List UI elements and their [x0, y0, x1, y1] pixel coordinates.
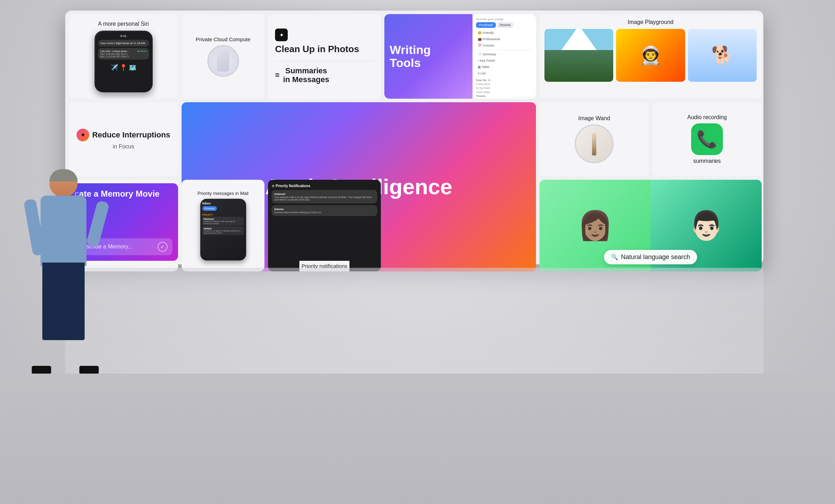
person-left-visual: 👩🏽: [578, 209, 613, 242]
presenter-hair: [49, 169, 78, 182]
panel-list: ≡ List: [476, 70, 532, 76]
person-right-visual: 👨🏻: [689, 209, 724, 242]
pcc-label: Private Cloud Compute: [196, 36, 250, 42]
astronaut-image: 👨‍🚀: [616, 29, 685, 82]
panel-rewrite[interactable]: Rewrite: [497, 22, 514, 28]
notif-header: ☆ Priority Notifications: [272, 184, 377, 188]
panel-proofread[interactable]: Proofread: [476, 22, 496, 28]
priority-mail-label: Priority messages in Mail: [197, 191, 249, 196]
siri-flight-name: UA1304, United Airlin...: [100, 50, 130, 53]
focus-icon: ✦: [77, 129, 89, 141]
wand-stick: [592, 133, 596, 155]
notif-brand-1: Instacart: [274, 192, 374, 196]
mail-inbox-title: Inbox: [202, 202, 244, 205]
writing-content: WritingTools Describe your change Proofr…: [384, 14, 536, 99]
imgplay-grid: 👨‍🚀 🐕: [544, 29, 757, 82]
writing-panel: Describe your change Proofread Rewrite 😊…: [473, 14, 536, 99]
panel-preview-text: Dear Ms. H It was greato my heartcover l…: [476, 78, 532, 99]
siri-label: A more personal Siri: [98, 21, 149, 27]
siri-notif-text: Your mom's flight lands at 11:18 AM.: [100, 42, 147, 45]
pcc-phone-shape: [217, 50, 229, 72]
imgplay-astronaut: 👨‍🚀: [616, 29, 685, 82]
presenter-pants: [42, 263, 85, 340]
summaries-title: Summariesin Messages: [283, 66, 329, 84]
presenter-shoe-right: [79, 366, 99, 374]
notif-text-2: Summer interns arrived. Meeting at 10:30…: [274, 211, 374, 214]
siri-time: 9:41: [96, 32, 151, 38]
notif-text-1: Your Instacart order is on the way! Deli…: [274, 196, 374, 201]
card-priority-mail: Priority messages in Mail Inbox Primary …: [182, 180, 264, 271]
mail-item-1: Florence Invited to Izakaya soft opening…: [202, 217, 244, 226]
cleanup-title: Clean Up in Photos: [275, 44, 359, 55]
writing-title: WritingTools: [390, 43, 467, 70]
board-reflection: [65, 268, 763, 381]
presenter-shirt: [41, 196, 86, 266]
card-nl-search: 👩🏽 👨🏻 🔍 Natural language search: [540, 180, 762, 271]
panel-professional: 💼 Professional: [476, 36, 532, 42]
mountain-image: [544, 29, 613, 82]
notif-content: ☆ Priority Notifications Instacart Your …: [268, 180, 381, 261]
writing-left: WritingTools: [384, 14, 473, 99]
mail-screen: Inbox Primary PRIORITY Florence Invited …: [200, 199, 246, 239]
card-image-playground: Image Playground 👨‍🚀 🐕: [540, 14, 762, 99]
panel-keypoints: • Key Points: [476, 58, 532, 63]
imgplay-dog: 🐕: [688, 29, 757, 82]
dog-image: 🐕: [688, 29, 757, 82]
siri-status: En Route: [137, 50, 146, 52]
imgplay-label: Image Playground: [628, 19, 674, 25]
card-audio-recording: Audio recording 📞 summaries: [652, 102, 762, 176]
card-cleanup: ✦ Clean Up in Photos ≡ Summariesin Messa…: [268, 14, 381, 99]
floor-surface: [0, 374, 835, 504]
audio-sub: summaries: [693, 158, 721, 164]
card-image-wand: Image Wand: [540, 102, 649, 176]
focus-sub: in Focus: [113, 143, 134, 150]
siri-screen: 9:41 Your mom's flight lands at 11:18 AM…: [96, 32, 151, 91]
search-icon: 🔍: [611, 254, 618, 260]
focus-title: Reduce Interruptions: [92, 130, 170, 140]
imgplay-mountain: [544, 29, 613, 82]
notif-item-2: Edwina Summer interns arrived. Meeting a…: [272, 205, 377, 216]
panel-summary: 📄 Summary: [476, 51, 532, 57]
audio-icon: 📞: [691, 123, 723, 155]
siri-phone: 9:41 Your mom's flight lands at 11:18 AM…: [95, 31, 153, 92]
presenter: [21, 169, 106, 374]
mail-tab-primary[interactable]: Primary: [202, 206, 217, 211]
card-private-cloud: Private Cloud Compute: [182, 14, 264, 99]
memory-check-icon: ✓: [158, 242, 167, 252]
nlsearch-bar[interactable]: 🔍 Natural language search: [604, 250, 697, 264]
panel-friendly: 😊 Friendly: [476, 30, 532, 36]
siri-flight-notif: UA1304, United Airlin... En Route Mon, 8…: [98, 48, 149, 60]
phone-emoji: 📞: [696, 129, 718, 149]
mail-priority-label: PRIORITY: [202, 214, 244, 216]
panel-table: ▦ Table: [476, 64, 532, 70]
card-siri: A more personal Siri 9:41 Your mom's fli…: [69, 14, 178, 99]
imagewand-label: Image Wand: [578, 115, 610, 122]
siri-detail2: Mon, 11:18 AM SFO Term 3: [100, 55, 147, 58]
card-priority-notifications: ☆ Priority Notifications Instacart Your …: [268, 180, 381, 271]
siri-notification: Your mom's flight lands at 11:18 AM.: [98, 40, 149, 47]
notif-brand-2: Edwina: [274, 208, 374, 211]
summaries-icon: ≡: [275, 70, 280, 80]
audio-label: Audio recording: [687, 114, 727, 121]
card-writing-tools: WritingTools Describe your change Proofr…: [384, 14, 536, 99]
panel-concise: ✂️ Concise: [476, 43, 532, 48]
presenter-shoe-left: [32, 366, 51, 374]
notif-item-1: Instacart Your Instacart order is on the…: [272, 190, 377, 203]
wand-visual: [575, 124, 614, 163]
nlsearch-text: Natural language search: [621, 253, 690, 261]
panel-header: Describe your change: [476, 18, 532, 21]
card-focus: ✦ Reduce Interruptions in Focus: [69, 102, 178, 176]
pcc-icon: [207, 45, 239, 77]
siri-detail1: Mon, 8:45 AM ORD Term 1: [100, 53, 147, 55]
mail-phone: Inbox Primary PRIORITY Florence Invited …: [200, 199, 246, 260]
cleanup-icon: ✦: [279, 32, 284, 38]
mail-item-2: United Check-in for flight to Newark EWR…: [202, 226, 244, 235]
